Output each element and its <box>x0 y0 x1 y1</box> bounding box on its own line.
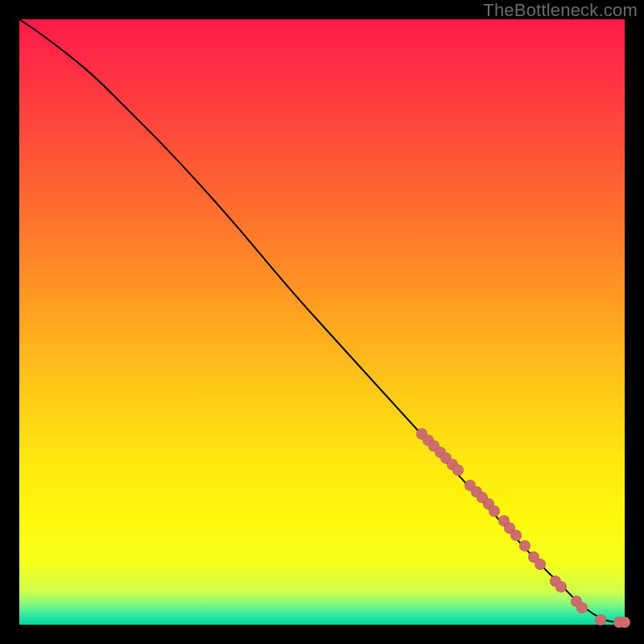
chart-stage: TheBottleneck.com <box>0 0 644 644</box>
data-dot <box>595 614 606 625</box>
data-dot <box>510 530 522 541</box>
data-dot <box>535 559 546 570</box>
data-dot <box>452 464 464 476</box>
data-dot <box>555 581 567 592</box>
data-dot <box>576 602 588 613</box>
dots-layer <box>19 19 625 625</box>
data-dot <box>519 540 530 551</box>
watermark-text: TheBottleneck.com <box>483 0 638 21</box>
data-dot <box>489 506 500 517</box>
plot-area <box>19 19 625 625</box>
data-dot <box>619 617 630 628</box>
